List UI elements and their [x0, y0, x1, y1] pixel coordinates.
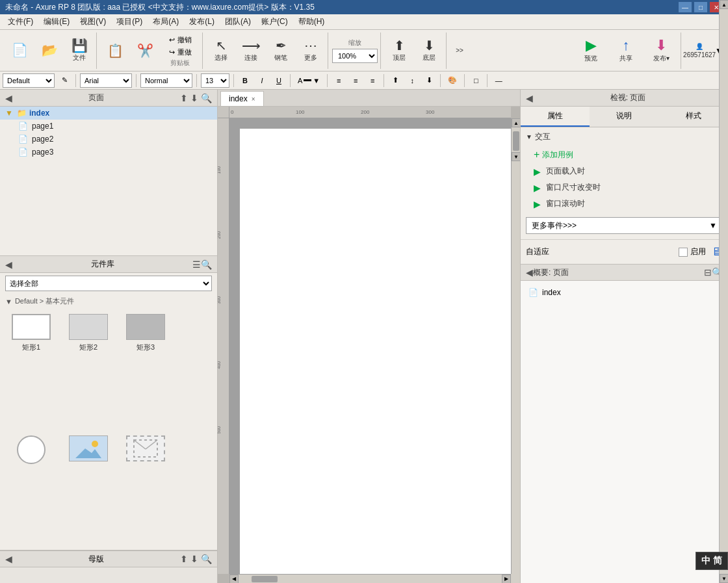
align-center-button[interactable]: ≡ [348, 73, 363, 88]
weight-select[interactable]: Normal [140, 73, 192, 88]
align-right-button[interactable]: ≡ [365, 73, 380, 88]
menu-file[interactable]: 文件(F) [3, 15, 38, 29]
scrollbar-horizontal[interactable]: ◀ ▶ [229, 574, 511, 583]
align-vcenter-button[interactable]: ↕ [405, 73, 419, 88]
menu-view[interactable]: 视图(V) [75, 15, 111, 29]
canvas-tab-close[interactable]: × [252, 96, 255, 103]
menu-layout[interactable]: 布局(A) [148, 15, 184, 29]
border-button[interactable]: □ [469, 73, 483, 88]
scroll-v-thumb[interactable] [513, 131, 519, 151]
new-button[interactable]: 📄 [5, 34, 34, 68]
canvas-page[interactable] [240, 129, 511, 574]
ime-indicator[interactable]: 中 简 [696, 552, 728, 570]
divider3 [196, 74, 197, 87]
page-item-page1[interactable]: 📄 page1 [0, 120, 217, 133]
user-account-button[interactable]: 👤 269571627 [685, 34, 714, 68]
comp-image[interactable] [62, 435, 114, 545]
undo-button[interactable]: ↩ 撤销 [166, 34, 194, 46]
menu-help[interactable]: 帮助(H) [293, 15, 330, 29]
pages-export-icon[interactable]: ⬆ [180, 93, 188, 103]
scroll-h-thumb[interactable] [252, 576, 278, 582]
menu-edit[interactable]: 编辑(E) [38, 15, 75, 29]
menu-team[interactable]: 团队(A) [220, 15, 256, 29]
interactions-section-header[interactable]: ▼ 交互 [521, 127, 728, 146]
comp-collapse-icon[interactable]: ◀ [5, 259, 12, 270]
comp-rect2[interactable]: 矩形2 [62, 314, 114, 430]
masters-collapse-icon[interactable]: ◀ [5, 554, 12, 564]
zoom-select[interactable]: 100% 50% 75% 150% 200% [332, 49, 378, 63]
top-layer-button[interactable]: ⬆ 顶层 [385, 34, 413, 68]
open-button[interactable]: 📂 [35, 34, 64, 68]
scroll-left-arrow[interactable]: ◀ [229, 575, 239, 584]
style-edit-button[interactable]: ✎ [57, 73, 72, 88]
inspect-collapse-icon[interactable]: ◀ [526, 93, 533, 103]
more-events-button[interactable]: 更多事件>>> ▼ [526, 217, 723, 234]
overview-collapse-icon[interactable]: ◀ [526, 267, 533, 278]
border-style-button[interactable]: — [491, 73, 506, 88]
tab-description[interactable]: 说明 [590, 107, 658, 127]
canvas-tab-index[interactable]: index × [220, 91, 264, 106]
underline-button[interactable]: U [272, 73, 286, 88]
event-page-load[interactable]: ▶ 页面载入时 [521, 163, 728, 179]
pen-button[interactable]: ✒ 钢笔 [266, 34, 295, 68]
pages-collapse-icon[interactable]: ◀ [5, 93, 12, 103]
menu-project[interactable]: 项目(P) [111, 15, 148, 29]
size-select[interactable]: 13 [201, 73, 229, 88]
comp-search-icon[interactable]: 🔍 [201, 259, 212, 270]
font-select[interactable]: Arial [80, 73, 132, 88]
save-button[interactable]: 💾 文件 [65, 34, 94, 68]
menu-account[interactable]: 账户(C) [256, 15, 293, 29]
redo-button[interactable]: ↪ 重做 [166, 46, 194, 58]
masters-search-icon[interactable]: 🔍 [201, 554, 212, 564]
pages-add-icon[interactable]: ⬇ [190, 93, 198, 103]
cut-button[interactable]: ✂️ [131, 34, 159, 68]
add-use-case-link[interactable]: + 添加用例 [521, 146, 728, 163]
bold-button[interactable]: B [238, 73, 252, 88]
scroll-down-arrow[interactable]: ▼ [512, 152, 520, 161]
select-button[interactable]: ↖ 选择 [207, 34, 235, 68]
publish-button[interactable]: ⬇ 发布▾ [644, 34, 678, 68]
adaptive-checkbox[interactable] [679, 248, 688, 257]
comp-category-select[interactable]: 选择全部 [5, 276, 212, 291]
bottom-layer-button[interactable]: ⬇ 底层 [415, 34, 443, 68]
font-color-button[interactable]: A▼ [294, 73, 323, 88]
page-item-page2[interactable]: 📄 page2 [0, 133, 217, 146]
overview-item-index[interactable]: 📄 index [526, 286, 723, 299]
align-left-button[interactable]: ≡ [332, 73, 346, 88]
tab-properties[interactable]: 属性 [521, 107, 590, 127]
share-button[interactable]: ↑ 共享 [609, 34, 643, 68]
tab-style[interactable]: 样式 [659, 107, 728, 127]
copy-button[interactable]: 📋 [101, 34, 129, 68]
comp-rect3[interactable]: 矩形3 [120, 314, 172, 430]
comp-menu-icon[interactable]: ☰ [192, 259, 201, 270]
comp-rect1[interactable]: 矩形1 [5, 314, 57, 430]
scrollbar-vertical[interactable]: ▲ ▼ [511, 118, 520, 574]
page-item-page3[interactable]: 📄 page3 [0, 146, 217, 159]
masters-import-icon[interactable]: ⬇ [190, 554, 198, 564]
align-top-button[interactable]: ⬆ [388, 73, 402, 88]
connect-button[interactable]: ⟶ 连接 [237, 34, 265, 68]
canvas-content[interactable] [229, 118, 511, 574]
event-window-scroll[interactable]: ▶ 窗口滚动时 [521, 196, 728, 212]
maximize-button[interactable]: □ [694, 2, 707, 12]
toolbar-more-arrow-button[interactable]: >> [448, 34, 471, 68]
interactions-label: 交互 [535, 131, 551, 142]
more-tools-button[interactable]: ⋯ 更多 [296, 34, 325, 68]
minimize-button[interactable]: — [679, 2, 692, 12]
comp-circle[interactable] [5, 435, 57, 545]
page-item-index[interactable]: ▼ 📁 index [0, 107, 217, 120]
menu-publish[interactable]: 发布(L) [184, 15, 220, 29]
pages-search-icon[interactable]: 🔍 [201, 93, 212, 103]
overview-filter-icon[interactable]: ⊟ [704, 267, 712, 278]
style-select[interactable]: Default [3, 73, 55, 88]
event-window-resize[interactable]: ▶ 窗口尺寸改变时 [521, 179, 728, 196]
add-use-case-label: 添加用例 [542, 149, 573, 161]
italic-button[interactable]: I [255, 73, 269, 88]
comp-placeholder[interactable] [120, 435, 172, 545]
scroll-up-arrow[interactable]: ▲ [512, 118, 520, 127]
scroll-right-arrow[interactable]: ▶ [502, 575, 511, 584]
align-bottom-button[interactable]: ⬇ [422, 73, 436, 88]
preview-button[interactable]: ▶ 预览 [574, 34, 608, 68]
fill-color-button[interactable]: 🎨 [445, 73, 460, 88]
masters-add-icon[interactable]: ⬆ [180, 554, 188, 564]
